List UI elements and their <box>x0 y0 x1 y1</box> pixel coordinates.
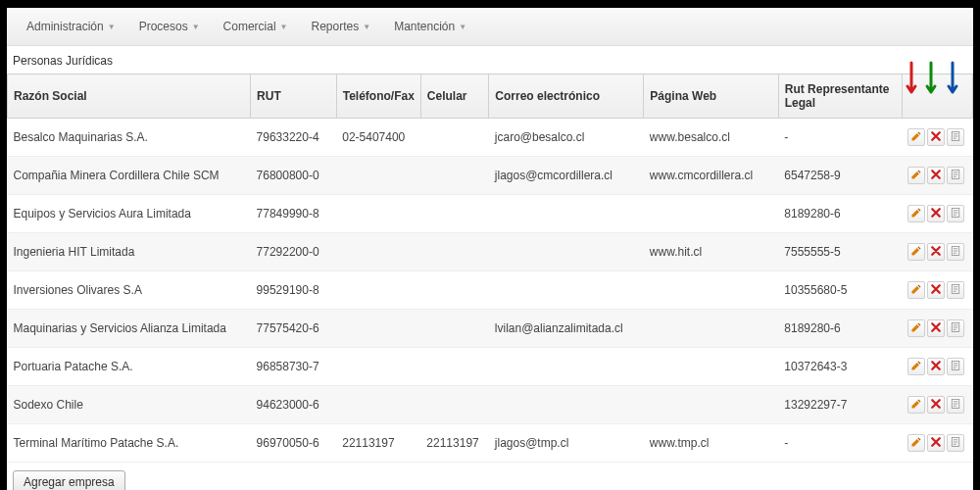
cell-cel <box>420 157 488 195</box>
chevron-down-icon: ▼ <box>459 23 466 31</box>
cell-correo <box>489 348 644 386</box>
cell-replegal: 6547258-9 <box>778 157 902 195</box>
cell-cel <box>420 310 488 348</box>
detail-button[interactable] <box>947 281 964 299</box>
footer-bar: Agregar empresa <box>7 463 973 490</box>
detail-button[interactable] <box>947 358 964 375</box>
edit-button[interactable] <box>907 205 925 222</box>
detail-button[interactable] <box>947 205 964 222</box>
cell-actions <box>902 348 972 386</box>
table-header-row: Razón Social RUT Teléfono/Fax Celular Co… <box>8 74 973 119</box>
cell-rut: 77292200-0 <box>251 233 337 271</box>
table-row: Compañia Minera Cordillera Chile SCM7680… <box>8 157 973 195</box>
edit-button[interactable] <box>907 358 925 375</box>
menu-mantencion[interactable]: Mantención ▼ <box>384 16 476 37</box>
delete-button[interactable] <box>927 358 945 375</box>
detail-button[interactable] <box>947 243 964 261</box>
detail-button[interactable] <box>947 396 964 414</box>
detail-button[interactable] <box>947 128 964 146</box>
col-header-cel[interactable]: Celular <box>420 74 488 119</box>
cell-web <box>644 386 778 424</box>
edit-icon <box>910 360 922 374</box>
menu-label: Comercial <box>223 20 276 33</box>
cell-actions <box>902 119 972 157</box>
cell-telfax <box>336 348 420 386</box>
cell-rut: 96970050-6 <box>251 424 337 463</box>
delete-icon <box>930 360 942 374</box>
detail-button[interactable] <box>947 319 964 337</box>
add-company-button[interactable]: Agregar empresa <box>13 470 125 490</box>
cell-telfax <box>336 386 420 424</box>
cell-rut: 76800800-0 <box>251 157 337 195</box>
app-window: Administración ▼ Procesos ▼ Comercial ▼ … <box>7 8 973 490</box>
delete-icon <box>930 207 942 221</box>
col-header-rut[interactable]: RUT <box>251 74 337 119</box>
cell-telfax: 22113197 <box>336 424 420 463</box>
delete-button[interactable] <box>927 319 945 337</box>
detail-button[interactable] <box>947 434 964 452</box>
cell-actions <box>902 424 972 463</box>
cell-telfax <box>336 271 420 310</box>
table-row: Inversiones Olivares S.A99529190-8103556… <box>8 271 973 310</box>
menubar: Administración ▼ Procesos ▼ Comercial ▼ … <box>7 8 973 46</box>
menu-procesos[interactable]: Procesos ▼ <box>129 16 210 37</box>
edit-icon <box>910 436 922 451</box>
menu-reportes[interactable]: Reportes ▼ <box>302 16 381 37</box>
page-title: Personas Jurídicas <box>7 46 973 74</box>
cell-replegal: - <box>778 424 902 463</box>
cell-replegal: 10372643-3 <box>778 348 902 386</box>
cell-telfax <box>336 195 420 233</box>
delete-button[interactable] <box>927 205 945 222</box>
edit-button[interactable] <box>907 167 925 184</box>
table-row: Maquinarias y Servicios Alianza Limitada… <box>8 310 973 348</box>
edit-button[interactable] <box>907 281 925 299</box>
cell-correo <box>489 386 644 424</box>
cell-rut: 77849990-8 <box>251 195 337 233</box>
menu-comercial[interactable]: Comercial ▼ <box>214 16 298 37</box>
cell-razon: Sodexo Chile <box>8 386 251 424</box>
menu-administracion[interactable]: Administración ▼ <box>17 16 125 37</box>
cell-actions <box>902 195 972 233</box>
edit-icon <box>910 169 922 183</box>
cell-cel <box>420 271 488 310</box>
col-header-replegal[interactable]: Rut Representante Legal <box>778 74 902 119</box>
cell-correo <box>489 271 644 310</box>
delete-button[interactable] <box>927 434 945 452</box>
cell-web <box>644 271 778 310</box>
col-header-web[interactable]: Página Web <box>644 74 778 119</box>
detail-button[interactable] <box>947 167 964 184</box>
col-header-telfax[interactable]: Teléfono/Fax <box>336 74 420 119</box>
delete-button[interactable] <box>927 128 945 146</box>
cell-actions <box>902 386 972 424</box>
col-header-razon[interactable]: Razón Social <box>8 74 251 119</box>
edit-button[interactable] <box>907 319 925 337</box>
edit-button[interactable] <box>907 243 925 261</box>
delete-button[interactable] <box>927 243 945 261</box>
delete-icon <box>930 283 942 298</box>
chevron-down-icon: ▼ <box>280 23 288 31</box>
cell-correo: jlagos@tmp.cl <box>489 424 644 463</box>
cell-actions <box>902 233 972 271</box>
cell-cel <box>420 233 488 271</box>
edit-icon <box>910 321 922 336</box>
chevron-down-icon: ▼ <box>108 23 116 31</box>
delete-button[interactable] <box>927 281 945 299</box>
detail-icon <box>950 130 961 145</box>
cell-razon: Besalco Maquinarias S.A. <box>8 119 251 157</box>
delete-button[interactable] <box>927 396 945 414</box>
delete-icon <box>930 130 942 145</box>
table-row: Terminal Marítimo Patache S.A.96970050-6… <box>8 424 973 463</box>
delete-button[interactable] <box>927 167 945 184</box>
cell-rut: 77575420-6 <box>251 310 337 348</box>
edit-icon <box>910 207 922 221</box>
cell-web: www.tmp.cl <box>644 424 778 463</box>
cell-razon: Compañia Minera Cordillera Chile SCM <box>8 157 251 195</box>
cell-replegal: 8189280-6 <box>778 310 902 348</box>
edit-button[interactable] <box>907 396 925 414</box>
edit-button[interactable] <box>907 434 925 452</box>
col-header-correo[interactable]: Correo electrónico <box>489 74 644 119</box>
cell-rut: 99529190-8 <box>251 271 337 310</box>
edit-button[interactable] <box>907 128 925 146</box>
cell-razon: Equipos y Servicios Aura Limitada <box>8 195 251 233</box>
detail-icon <box>950 436 961 451</box>
